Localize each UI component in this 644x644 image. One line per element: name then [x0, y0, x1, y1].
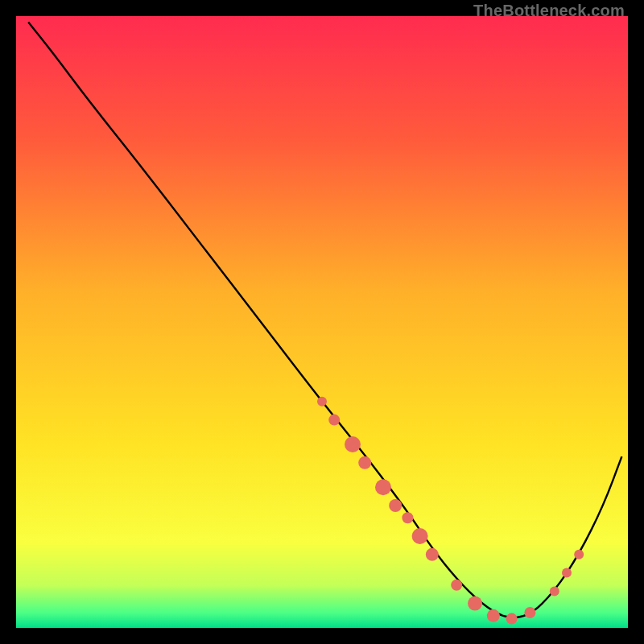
- highlight-dot: [358, 456, 371, 469]
- highlight-dot: [524, 607, 535, 618]
- highlight-dot: [375, 479, 391, 495]
- highlight-dot: [550, 586, 559, 596]
- highlight-dot: [317, 397, 327, 407]
- highlight-dot: [562, 568, 572, 578]
- highlight-dot: [506, 613, 518, 625]
- highlight-dot: [328, 415, 340, 426]
- highlight-dot: [426, 548, 439, 561]
- highlight-dot: [574, 550, 584, 559]
- highlight-dot: [345, 436, 361, 452]
- highlight-dot: [451, 580, 462, 591]
- bottleneck-chart: [16, 16, 628, 628]
- chart-frame: [16, 16, 628, 628]
- highlight-dot: [468, 597, 482, 611]
- gradient-background: [16, 16, 628, 628]
- highlight-dot: [487, 609, 500, 622]
- highlight-dot: [389, 499, 402, 512]
- highlight-dot: [412, 528, 428, 544]
- highlight-dot: [402, 512, 413, 523]
